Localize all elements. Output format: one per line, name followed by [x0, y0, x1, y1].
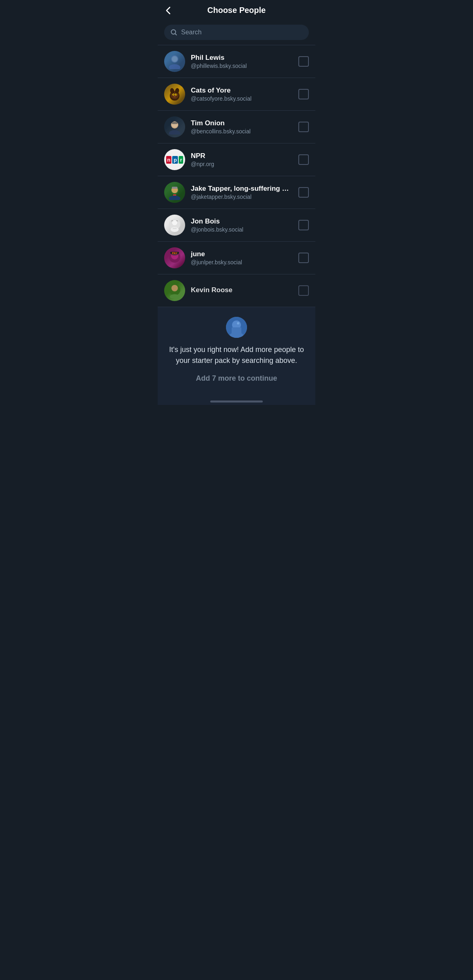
person-name: Kevin Roose [191, 286, 293, 294]
svg-text:PAY: PAY [172, 252, 177, 255]
person-name: NPR [191, 152, 293, 160]
avatar-image [164, 182, 185, 203]
select-checkbox[interactable] [298, 285, 309, 296]
avatar [164, 51, 185, 72]
svg-point-20 [169, 196, 180, 200]
person-name: Jake Tapper, long-suffering Phill... [191, 185, 293, 193]
person-info: Jon Bois @jonbois.bsky.social [191, 217, 293, 233]
avatar [164, 116, 185, 137]
person-info: Phil Lewis @phillewis.bsky.social [191, 54, 293, 69]
home-indicator [158, 396, 315, 405]
svg-point-14 [169, 130, 180, 135]
person-handle: @jonbois.bsky.social [191, 226, 293, 233]
person-name: june [191, 250, 293, 258]
svg-rect-21 [173, 194, 176, 196]
person-handle: @bencollins.bsky.social [191, 128, 293, 135]
bottom-message: It's just you right now! Add more people… [167, 344, 306, 366]
select-checkbox[interactable] [298, 187, 309, 198]
person-handle: @jaketapper.bsky.social [191, 194, 293, 200]
avatar: n p r [164, 149, 185, 170]
person-info: Tim Onion @bencollins.bsky.social [191, 119, 293, 135]
avatar [164, 84, 185, 105]
select-checkbox[interactable] [298, 220, 309, 230]
list-item[interactable]: n p r NPR @npr.org [158, 143, 315, 176]
person-info: Kevin Roose [191, 286, 293, 295]
avatar-image [164, 84, 185, 105]
svg-rect-25 [173, 228, 177, 229]
select-checkbox[interactable] [298, 89, 309, 99]
avatar-image [164, 215, 185, 236]
svg-rect-16 [172, 122, 177, 124]
current-user-avatar [226, 317, 247, 338]
svg-point-3 [172, 56, 177, 62]
list-item[interactable]: Phil Lewis @phillewis.bsky.social [158, 45, 315, 78]
svg-point-38 [237, 322, 239, 325]
svg-point-2 [169, 64, 180, 69]
svg-rect-37 [232, 327, 241, 334]
person-handle: @catsofyore.bsky.social [191, 95, 293, 102]
person-name: Cats of Yore [191, 86, 293, 95]
select-checkbox[interactable] [298, 253, 309, 263]
select-checkbox[interactable] [298, 154, 309, 165]
avatar-image: PAY [164, 247, 185, 268]
continue-button[interactable]: Add 7 more to continue [196, 373, 277, 384]
avatar: PAY [164, 247, 185, 268]
home-bar [210, 400, 263, 403]
list-item[interactable]: Cats of Yore @catsofyore.bsky.social [158, 78, 315, 110]
list-item[interactable]: PAY june @junlper.bsky.social [158, 242, 315, 274]
avatar [164, 280, 185, 301]
svg-point-10 [173, 94, 174, 95]
svg-point-11 [176, 94, 177, 95]
avatar-image [164, 116, 185, 137]
person-name: Phil Lewis [191, 54, 293, 62]
avatar-image [164, 51, 185, 72]
svg-rect-19 [172, 187, 177, 189]
person-name: Tim Onion [191, 119, 293, 127]
person-list: Phil Lewis @phillewis.bsky.social [158, 45, 315, 307]
person-info: Jake Tapper, long-suffering Phill... @ja… [191, 185, 293, 200]
search-bar [164, 25, 309, 40]
svg-point-12 [173, 96, 176, 97]
person-info: NPR @npr.org [191, 152, 293, 167]
person-handle: @npr.org [191, 161, 293, 167]
person-info: Cats of Yore @catsofyore.bsky.social [191, 86, 293, 102]
npr-logo: n p r [166, 156, 184, 164]
page-title: Choose People [207, 6, 266, 15]
select-checkbox[interactable] [298, 56, 309, 67]
bottom-panel: It's just you right now! Add more people… [158, 307, 315, 396]
avatar-image [164, 280, 185, 301]
avatar [164, 182, 185, 203]
list-item[interactable]: Jake Tapper, long-suffering Phill... @ja… [158, 176, 315, 209]
header: Choose People [158, 0, 315, 21]
svg-point-32 [171, 285, 178, 291]
search-icon [171, 29, 177, 36]
list-item[interactable]: Jon Bois @jonbois.bsky.social [158, 209, 315, 241]
list-item[interactable]: Kevin Roose [158, 274, 315, 307]
person-handle: @junlper.bsky.social [191, 259, 293, 266]
person-name: Jon Bois [191, 217, 293, 226]
select-checkbox[interactable] [298, 122, 309, 132]
search-input[interactable] [181, 29, 302, 36]
search-container [158, 21, 315, 45]
list-item[interactable]: Tim Onion @bencollins.bsky.social [158, 111, 315, 143]
avatar [164, 215, 185, 236]
back-button[interactable] [164, 5, 172, 16]
svg-point-24 [171, 227, 179, 232]
person-info: june @junlper.bsky.social [191, 250, 293, 266]
person-handle: @phillewis.bsky.social [191, 63, 293, 69]
svg-point-33 [170, 294, 179, 298]
